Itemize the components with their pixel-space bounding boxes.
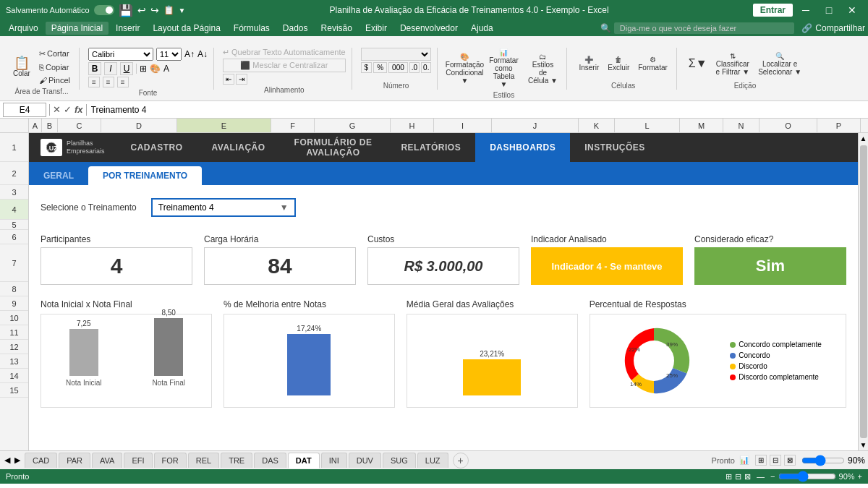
menu-dados[interactable]: Dados (277, 22, 314, 35)
customize-icon[interactable]: ▼ (179, 7, 186, 14)
underline-button[interactable]: U (120, 62, 133, 75)
cancel-formula-icon[interactable]: ✕ (53, 104, 61, 115)
insert-cells-button[interactable]: ➕ Inserir (576, 54, 602, 73)
row-header-15[interactable]: 15 (0, 383, 28, 398)
col-header-N[interactable]: N (723, 119, 760, 132)
col-header-B[interactable]: B (42, 119, 58, 132)
thousands-icon[interactable]: 000 (388, 62, 408, 73)
fill-color-icon[interactable]: 🎨 (150, 64, 161, 74)
percent-icon[interactable]: % (373, 62, 387, 73)
merge-center-button[interactable]: ⬛ Mesclar e Centralizar (223, 59, 346, 72)
row-header-13[interactable]: 13 (0, 354, 28, 369)
sheet-scroll-left-icon[interactable]: ◀ (3, 454, 12, 466)
row-header-10[interactable]: 10 (0, 311, 28, 325)
toggle-autosave[interactable] (94, 5, 114, 15)
decimal-decrease-icon[interactable]: 0. (421, 62, 431, 73)
selector-input[interactable]: Treinamento 4 ▼ (151, 198, 296, 217)
col-header-I[interactable]: I (434, 119, 492, 132)
view-break-icon[interactable]: ⊠ (744, 472, 751, 481)
minimize-button[interactable]: ─ (796, 3, 816, 17)
menu-arquivo[interactable]: Arquivo (3, 22, 44, 35)
delete-cells-button[interactable]: 🗑 Excluir (605, 54, 632, 73)
menu-desenvolvedor[interactable]: Desenvolvedor (394, 22, 464, 35)
menu-layout[interactable]: Layout da Página (147, 22, 226, 35)
view-normal-icon[interactable]: ⊞ (726, 472, 732, 481)
zoom-out-icon[interactable]: − (770, 472, 775, 481)
currency-icon[interactable]: $ (361, 62, 373, 73)
row-header-5[interactable]: 5 (0, 220, 28, 230)
undo-icon[interactable]: ↩ (137, 4, 146, 16)
indent-increase-icon[interactable]: ⇥ (236, 74, 247, 85)
sheet-tab-rel[interactable]: REL (188, 453, 219, 468)
sheet-tab-for[interactable]: FOR (154, 453, 187, 468)
row-header-12[interactable]: 12 (0, 340, 28, 354)
menu-exibir[interactable]: Exibir (359, 22, 393, 35)
save-icon[interactable]: 💾 (119, 4, 133, 17)
add-sheet-button[interactable]: + (453, 453, 469, 468)
row-header-1[interactable]: 1 (0, 133, 28, 162)
quick-access-icon[interactable]: 📋 (163, 5, 174, 15)
sheet-tab-ava[interactable]: AVA (92, 453, 122, 468)
menu-revisao[interactable]: Revisão (315, 22, 358, 35)
menu-inserir[interactable]: Inserir (110, 22, 145, 35)
col-header-G[interactable]: G (315, 119, 391, 132)
tab-geral[interactable]: GERAL (29, 166, 88, 185)
sheet-tab-par[interactable]: PAR (59, 453, 90, 468)
nav-instrucoes[interactable]: INSTRUÇÕES (570, 133, 660, 162)
paste-button[interactable]: 📋 Colar (10, 55, 33, 79)
nav-formulario[interactable]: FORMULÁRIO DEAVALIAÇÃO (280, 133, 387, 162)
col-header-O[interactable]: O (760, 119, 817, 132)
menu-pagina-inicial[interactable]: Página Inicial (46, 22, 109, 35)
status-zoom-slider[interactable] (778, 471, 836, 482)
format-painter-button[interactable]: 🖌Pincel (36, 74, 73, 86)
insert-function-icon[interactable]: fx (75, 104, 83, 115)
font-size-select[interactable]: 11 (156, 48, 182, 61)
scroll-thumb[interactable] (860, 145, 867, 438)
font-color-icon[interactable]: A (163, 64, 169, 74)
sheet-scroll-right-icon[interactable]: ▶ (13, 454, 22, 466)
sheet-tab-ini[interactable]: INI (321, 453, 347, 468)
tab-por-treinamento[interactable]: POR TREINAMENTO (88, 166, 202, 185)
cell-styles-button[interactable]: 🗂 Estilos deCélula ▼ (524, 51, 561, 86)
font-family-select[interactable]: Calibri (88, 48, 153, 61)
sheet-tab-luz[interactable]: LUZ (417, 453, 448, 468)
close-button[interactable]: ✕ (842, 3, 862, 17)
nav-cadastro[interactable]: CADASTRO (116, 133, 197, 162)
row-header-6[interactable]: 6 (0, 230, 28, 244)
sheet-tab-dat[interactable]: DAT (288, 453, 320, 468)
normal-view-button[interactable]: ⊞ (755, 455, 767, 466)
indent-decrease-icon[interactable]: ⇤ (223, 74, 234, 85)
align-center-icon[interactable]: ≡ (88, 77, 100, 87)
share-button[interactable]: 🔗 Compartilhar (801, 23, 865, 33)
scroll-down-button[interactable]: ▼ (859, 440, 868, 450)
wrap-text-button[interactable]: ↵ Quebrar Texto Automaticamente (223, 48, 346, 57)
col-header-C[interactable]: C (58, 119, 101, 132)
page-break-button[interactable]: ⊠ (784, 455, 796, 466)
sort-filter-button[interactable]: ⇅ Classificare Filtrar ▼ (713, 51, 753, 77)
decimal-increase-icon[interactable]: .0 (409, 62, 420, 73)
row-header-7[interactable]: 7 (0, 244, 28, 282)
col-header-E[interactable]: E (177, 119, 271, 132)
zoom-slider[interactable] (801, 455, 845, 466)
italic-button[interactable]: I (104, 62, 117, 75)
col-header-J[interactable]: J (492, 119, 579, 132)
sheet-tab-tre[interactable]: TRE (221, 453, 252, 468)
format-table-button[interactable]: 📊 Formatar comoTabela ▼ (485, 47, 522, 90)
copy-button[interactable]: ⎘Copiar (36, 61, 73, 73)
menu-formulas[interactable]: Fórmulas (228, 22, 276, 35)
align-right-icon[interactable]: ≡ (103, 77, 114, 87)
row-header-9[interactable]: 9 (0, 296, 28, 311)
col-header-D[interactable]: D (101, 119, 177, 132)
col-header-H[interactable]: H (391, 119, 434, 132)
entrar-button[interactable]: Entrar (753, 4, 793, 17)
align-justify-icon[interactable]: ≡ (117, 77, 129, 87)
row-header-4[interactable]: 4 (0, 200, 28, 220)
number-format-select[interactable] (361, 48, 432, 61)
row-header-3[interactable]: 3 (0, 185, 28, 200)
menu-ajuda[interactable]: Ajuda (465, 22, 499, 35)
row-header-8[interactable]: 8 (0, 282, 28, 296)
col-header-K[interactable]: K (579, 119, 615, 132)
sheet-tab-das[interactable]: DAS (254, 453, 286, 468)
cut-button[interactable]: ✂Cortar (36, 48, 73, 60)
zoom-in-icon[interactable]: + (858, 472, 862, 481)
